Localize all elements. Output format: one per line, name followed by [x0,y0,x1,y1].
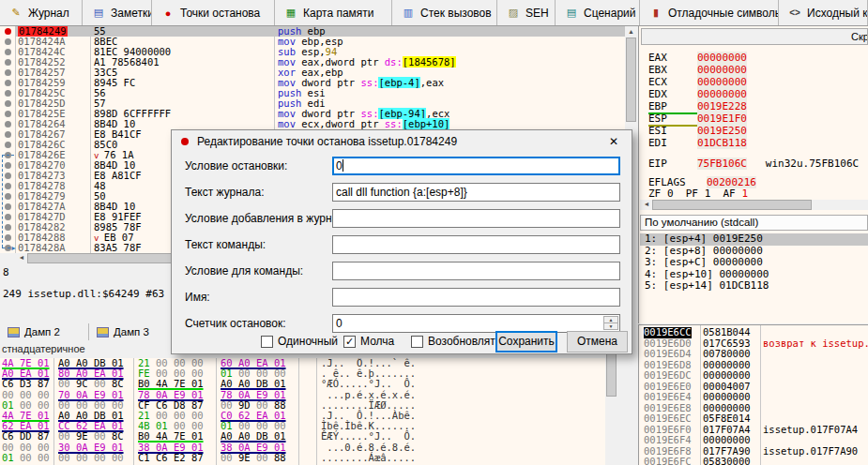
tab-breakpoint[interactable]: ●Точки останова [152,0,275,25]
save-button[interactable]: Сохранить [495,331,557,352]
breakpoint-dot-icon[interactable] [5,162,11,169]
checkbox-icon[interactable] [411,336,423,348]
tab-label: Заметки [111,7,152,20]
status-line: 8 [3,266,9,278]
field-input[interactable]: 0 [332,157,620,175]
tab-seh[interactable]: ▨SEH [497,0,556,25]
close-icon[interactable]: ✕ [600,132,628,151]
field-value: 0 [336,317,343,330]
scroll-up-icon[interactable]: ▲ [625,27,637,37]
breakpoint-dot-icon[interactable] [5,90,11,97]
dump-panel[interactable]: 4A 7E 01A0 A0 DB 0121 00 00 0060 A0 EA 0… [0,358,605,465]
breakpoint-dot-icon[interactable] [5,142,11,148]
field-input[interactable] [332,288,620,307]
scrollbar-thumb[interactable] [626,38,636,122]
stack-row[interactable]: 0019E6FC05830000 [639,457,868,465]
scroll-left-icon[interactable]: ◄ [17,253,26,262]
field-value: 0 [336,159,343,172]
register-row[interactable]: ESI0019E250 [648,125,747,137]
tab-memory-map[interactable]: ▦Карта памяти [275,0,392,25]
calling-convention-select[interactable]: По умолчанию (stdcall) [640,215,868,231]
instr-token: [ebp+10] [403,118,450,129]
tab-log[interactable]: ✎Журнал [0,0,83,25]
tab-symbols[interactable]: ▮Отладочные символы [640,0,779,25]
field-input[interactable]: 0▲▼ [332,314,620,333]
dump-tab[interactable]: Дамп 2 [0,323,89,340]
hide-fpu-button[interactable]: Скр [641,28,868,45]
tab-source[interactable]: <>Исходный код [779,0,868,25]
register-row[interactable]: EDI01DCB118 [648,137,747,149]
checkbox-1[interactable]: Одиночный [261,335,338,348]
stack-address: 0019E6E4 [644,392,692,403]
checkbox-2[interactable]: ✓Молча [343,335,394,348]
disasm-address: 0178428A [18,243,66,253]
breakpoint-dot-icon[interactable] [5,172,11,179]
dump-byte: 00 [233,368,251,379]
checkbox-3[interactable]: Возобновлять [411,335,501,348]
register-row[interactable]: ECX00000000 [648,76,747,88]
field-input[interactable] [332,235,620,254]
field-label: Текст команды: [185,238,266,251]
breakpoint-dot-icon[interactable] [5,131,11,138]
field-input[interactable] [332,262,620,280]
flags-row[interactable]: ZF 0 PF 1 AF 1 [648,188,748,200]
register-row[interactable]: EBX00000000 [648,64,747,76]
stack-row[interactable]: 0019E6EC05F8E014 [639,413,868,425]
scroll-left-icon[interactable]: ◄ [642,200,651,209]
registers-hscrollbar[interactable]: ◄ [640,200,868,210]
stack-arg-row[interactable]: 3: [esp+C] 00000000 [640,257,868,269]
checkbox-icon[interactable] [261,336,273,348]
dump-byte: 00 [32,399,50,411]
stack-row[interactable]: 0019E6E400000000 [639,392,868,403]
stack-row[interactable]: 0019E6CC0581B044 [639,327,868,338]
register-row[interactable]: EIP75FB106C win32u.75FB106C [648,158,859,170]
breakpoint-edit-dialog: Редактирование точки останова issetup.01… [171,129,632,354]
register-row[interactable]: EAX00000000 [648,52,747,64]
tab-notes[interactable]: ▤Заметки [83,0,152,25]
breakpoint-dot-icon[interactable] [5,224,11,231]
breakpoint-dot-icon[interactable] [5,203,11,210]
stack-row[interactable]: 0019E6F400000000 [639,435,868,446]
register-value: 00000000 [697,52,747,64]
scrollbar-thumb[interactable] [652,200,812,210]
breakpoint-dot-icon[interactable] [5,69,11,76]
registers-panel[interactable]: Скр EAX00000000EBX00000000ECX00000000EDX… [638,26,868,323]
tab-call-stack[interactable]: ▥Стек вызовов [392,0,497,25]
stack-panel[interactable]: 0019E6CC0581B0440019E6D0017C6593возврат … [638,324,868,465]
breakpoint-enabled-icon[interactable] [5,28,11,35]
stack-arg-row[interactable]: 5: [esp+14] 01DCB118 [640,280,868,292]
dump-row[interactable]: C6 DD 8700 9E 00 8CB0 4A 7E 01A0 A0 DB 0… [0,431,605,442]
breakpoint-dot-icon[interactable] [5,234,11,241]
breakpoint-dot-icon[interactable] [5,214,11,220]
dialog-title-bar[interactable]: Редактирование точки останова issetup.01… [172,130,632,153]
stack-row[interactable]: 0019E6D400780000 [639,349,868,360]
breakpoint-dot-icon[interactable] [5,80,11,86]
register-row[interactable]: EDX00000000 [648,88,747,100]
spinner-down-icon[interactable]: ▼ [603,322,618,330]
breakpoint-dot-icon[interactable] [5,111,11,117]
breakpoint-dot-icon[interactable] [5,121,11,128]
breakpoint-dot-icon[interactable] [5,193,11,200]
checkbox-checked-icon[interactable]: ✓ [343,336,356,348]
stack-arg-row[interactable]: 1: [esp+4] 0019E250 [640,233,868,246]
breakpoint-dot-icon[interactable] [5,38,11,45]
tab-script[interactable]: ▤Сценарий [556,0,640,25]
dump-row[interactable]: 01 00 0000 00 00 00C1 C6 E2 8700 9E 00 8… [0,453,605,463]
breakpoint-dot-icon[interactable] [5,59,11,66]
dump-byte: 00 [58,430,70,442]
breakpoint-dot-icon[interactable] [5,183,11,189]
dump-tab[interactable]: Дамп 3 [89,323,178,340]
field-input[interactable]: call dll function {a:[esp+8]} [332,183,620,202]
dump-byte: 00 [186,420,204,431]
scrollbar-thumb[interactable] [606,352,617,397]
dump-vscrollbar[interactable]: ▲ [605,340,617,465]
dump-row[interactable]: C6 D3 8700 9C 00 8CB0 4A 7E 01A0 A0 DB 0… [0,379,605,389]
breakpoint-dot-icon[interactable] [5,100,11,107]
cancel-button[interactable]: Отмена [567,331,628,352]
dump-byte: 00 [70,399,88,411]
breakpoint-dot-icon[interactable] [5,49,11,55]
register-name: EDI [648,137,697,149]
field-input[interactable] [332,209,620,228]
stack-value: 05F8E014 [703,413,751,425]
stack-row[interactable]: 0019E6DC00000000 [639,370,868,382]
